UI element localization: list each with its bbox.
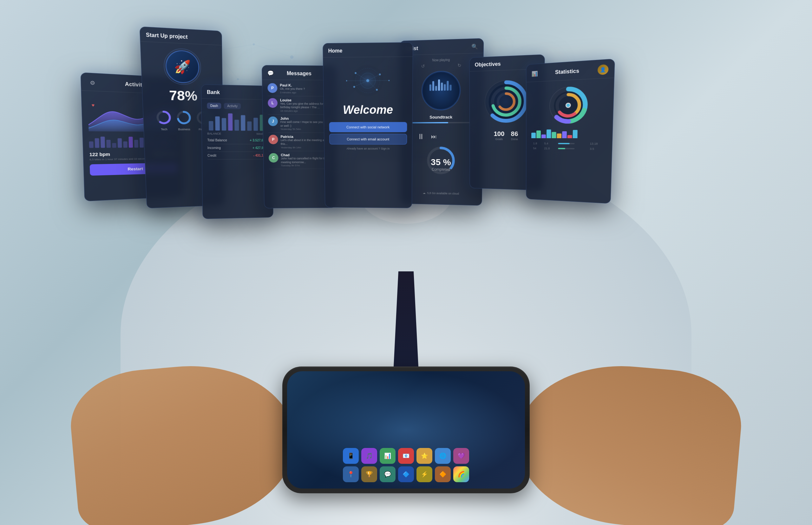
floating-cards-container: ⚙ Activity [25, 25, 787, 263]
activity-tab[interactable]: Activity [224, 103, 241, 109]
connect-email-button[interactable]: Connect with email account [329, 134, 407, 145]
svg-rect-37 [222, 118, 226, 131]
svg-rect-66 [444, 84, 446, 90]
app-icon-11[interactable]: 🔷 [398, 466, 414, 482]
svg-rect-36 [215, 116, 220, 131]
stats-table: 1.8 5.4 13.18 54 21.0 [531, 141, 606, 152]
app-icon-13[interactable]: 🔶 [435, 466, 451, 482]
now-playing: Now playing [405, 57, 478, 63]
svg-rect-63 [435, 86, 437, 91]
welcome-text: Welcome [329, 103, 407, 117]
svg-rect-19 [123, 141, 127, 148]
already-account-link[interactable]: Already have an account ? Sign in [329, 147, 407, 150]
phone-screen: 📱 🎵 📊 📧 ⭐ 🌐 💜 📍 🏆 💬 🔷 ⚡ 🔶 🌈 [287, 371, 525, 489]
bank-title: Bank [207, 89, 220, 95]
app-icon-5[interactable]: ⭐ [416, 448, 432, 464]
message-item-0: P Paul K. Ok, Are you there ? 3 minutes … [267, 81, 331, 96]
app-icons: 📱 🎵 📊 📧 ⭐ 🌐 💜 📍 🏆 💬 🔷 ⚡ 🔶 🌈 [293, 448, 519, 482]
avatar-patricia: P [268, 135, 278, 144]
svg-rect-65 [441, 83, 443, 91]
message-item-1: L Louise Yes, Can you give the address f… [268, 96, 331, 115]
stats-bars [531, 129, 607, 138]
svg-rect-41 [247, 121, 252, 131]
app-icon-9[interactable]: 🏆 [361, 466, 377, 482]
home-card: Home [323, 42, 413, 208]
app-icon-4[interactable]: 📧 [398, 448, 414, 464]
ring-business: Business [176, 128, 192, 131]
svg-rect-61 [429, 84, 431, 91]
avatar-paul: P [267, 83, 277, 93]
home-title: Home [328, 48, 342, 54]
refresh-left-icon: ↺ [421, 63, 425, 69]
completion-pct: 35 % [406, 157, 477, 168]
track-name: Soundtrack [405, 115, 477, 120]
connect-social-button[interactable]: Connect with social network [329, 122, 407, 132]
cloud-label: 5,8 Go available on cloud [427, 192, 459, 195]
play-icon[interactable]: ⏸ [417, 132, 425, 141]
message-item-4: C Chad John had to cancelled in flight f… [269, 151, 331, 169]
svg-rect-42 [253, 118, 258, 131]
app-icon-7[interactable]: 💜 [453, 448, 469, 464]
svg-rect-17 [112, 143, 116, 148]
balance-label: BALANCE [207, 132, 221, 135]
svg-point-60 [422, 71, 460, 110]
svg-rect-20 [129, 137, 133, 148]
next-icon[interactable]: ⏭ [431, 133, 437, 140]
avatar-louise: L [268, 98, 278, 108]
svg-rect-67 [447, 81, 448, 91]
app-icon-2[interactable]: 🎵 [361, 448, 377, 464]
message-item-3: P Patricia Let's chat about it in the me… [268, 133, 331, 151]
smartphone: 📱 🎵 📊 📧 ⭐ 🌐 💜 📍 🏆 💬 🔷 ⚡ 🔶 🌈 [282, 366, 530, 493]
user-avatar: 👤 [597, 64, 609, 75]
statistics-title: Statistics [555, 68, 579, 75]
avatar-john: J [268, 116, 278, 126]
svg-rect-15 [101, 137, 105, 148]
svg-rect-21 [134, 140, 138, 148]
svg-rect-39 [234, 120, 239, 131]
svg-rect-68 [450, 85, 452, 90]
startup-percent: 78% [169, 88, 197, 104]
objectives-title: Objectives [475, 61, 501, 68]
total-label: Total Balance [207, 138, 227, 142]
playback-controls: ⏮ ⏸ ⏭ [405, 132, 477, 141]
svg-rect-14 [95, 138, 100, 148]
app-icon-3[interactable]: 📊 [380, 448, 396, 464]
rocket-icon: 🚀 [165, 49, 200, 84]
ring-tech: Tech [156, 128, 173, 131]
app-icon-8[interactable]: 📍 [343, 466, 359, 482]
settings-icon: ⚙ [87, 78, 98, 88]
svg-point-50 [355, 72, 356, 74]
svg-text:♥: ♥ [91, 103, 94, 108]
dashboard-tab[interactable]: Dash [207, 103, 221, 109]
message-item-2: J John Fine well come ! Hope to see you … [268, 115, 331, 133]
app-icon-12[interactable]: ⚡ [416, 466, 432, 482]
svg-rect-35 [209, 121, 213, 131]
svg-rect-18 [118, 138, 122, 148]
svg-rect-13 [89, 141, 93, 148]
messages-title: Messages [287, 70, 311, 76]
credit-label: Credit [207, 154, 216, 157]
svg-rect-64 [438, 79, 440, 91]
incoming-label: Incoming [207, 146, 221, 150]
app-icon-1[interactable]: 📱 [343, 448, 359, 464]
startup-title: Start Up project [146, 32, 188, 40]
svg-rect-40 [241, 115, 245, 131]
app-icon-10[interactable]: 💬 [380, 466, 396, 482]
completion-label: Completed [406, 167, 477, 172]
app-icon-14[interactable]: 🌈 [453, 466, 469, 482]
svg-rect-22 [139, 138, 144, 147]
avatar-chad: C [269, 153, 279, 163]
app-icon-6[interactable]: 🌐 [435, 448, 451, 464]
svg-point-48 [379, 74, 381, 75]
bpm-value: 122 bpm [89, 152, 110, 157]
cloud-upload-icon: ☁ [423, 192, 426, 195]
statistics-card: 📊 Statistics 👤 [526, 59, 615, 204]
svg-rect-38 [228, 114, 233, 131]
svg-rect-62 [432, 81, 434, 91]
refresh-right-icon: ↻ [457, 63, 461, 68]
svg-rect-16 [106, 140, 111, 148]
